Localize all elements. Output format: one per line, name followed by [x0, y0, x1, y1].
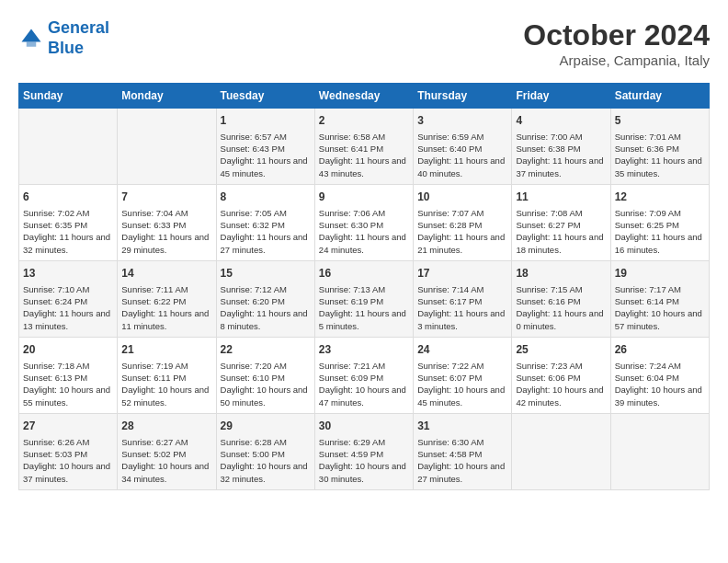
day-number: 31 [417, 419, 507, 434]
day-number: 19 [615, 266, 705, 282]
day-of-week-header: Thursday [414, 84, 512, 109]
day-number: 14 [121, 266, 211, 282]
cell-content: Sunrise: 6:29 AM Sunset: 4:59 PM Dayligh… [319, 436, 409, 485]
day-number: 15 [221, 266, 311, 282]
calendar-cell: 10Sunrise: 7:07 AM Sunset: 6:28 PM Dayli… [414, 184, 512, 260]
cell-content: Sunrise: 7:04 AM Sunset: 6:33 PM Dayligh… [121, 207, 211, 256]
calendar-cell: 22Sunrise: 7:20 AM Sunset: 6:10 PM Dayli… [216, 337, 314, 413]
day-number: 3 [417, 113, 507, 129]
day-number: 21 [121, 342, 211, 358]
cell-content: Sunrise: 7:08 AM Sunset: 6:27 PM Dayligh… [516, 207, 606, 256]
day-number: 5 [615, 113, 705, 129]
calendar-cell [118, 109, 216, 185]
logo-text: GeneralBlue [48, 18, 109, 58]
day-number: 1 [221, 113, 311, 129]
cell-content: Sunrise: 7:23 AM Sunset: 6:06 PM Dayligh… [516, 360, 606, 408]
day-number: 24 [417, 342, 507, 358]
calendar-cell: 19Sunrise: 7:17 AM Sunset: 6:14 PM Dayli… [610, 260, 709, 337]
cell-content: Sunrise: 7:00 AM Sunset: 6:38 PM Dayligh… [516, 131, 606, 179]
calendar-cell: 1Sunrise: 6:57 AM Sunset: 6:43 PM Daylig… [216, 109, 314, 185]
day-of-week-header: Sunday [19, 84, 118, 109]
cell-content: Sunrise: 6:59 AM Sunset: 6:40 PM Dayligh… [417, 131, 507, 179]
calendar-cell: 8Sunrise: 7:05 AM Sunset: 6:32 PM Daylig… [216, 184, 314, 260]
cell-content: Sunrise: 6:27 AM Sunset: 5:02 PM Dayligh… [121, 436, 211, 485]
cell-content: Sunrise: 7:13 AM Sunset: 6:19 PM Dayligh… [319, 283, 409, 332]
calendar-cell: 9Sunrise: 7:06 AM Sunset: 6:30 PM Daylig… [314, 184, 413, 260]
calendar-header-row: SundayMondayTuesdayWednesdayThursdayFrid… [19, 84, 710, 109]
day-of-week-header: Monday [118, 84, 216, 109]
day-number: 20 [23, 342, 113, 358]
day-number: 18 [516, 266, 606, 282]
calendar-cell: 12Sunrise: 7:09 AM Sunset: 6:25 PM Dayli… [610, 184, 709, 260]
calendar-cell: 13Sunrise: 7:10 AM Sunset: 6:24 PM Dayli… [19, 260, 118, 337]
cell-content: Sunrise: 7:22 AM Sunset: 6:07 PM Dayligh… [417, 360, 507, 408]
day-number: 17 [417, 266, 507, 282]
day-number: 6 [23, 190, 113, 205]
cell-content: Sunrise: 6:57 AM Sunset: 6:43 PM Dayligh… [221, 131, 311, 179]
cell-content: Sunrise: 7:12 AM Sunset: 6:20 PM Dayligh… [221, 283, 311, 332]
day-number: 26 [615, 342, 705, 358]
cell-content: Sunrise: 7:14 AM Sunset: 6:17 PM Dayligh… [417, 283, 507, 332]
cell-content: Sunrise: 7:19 AM Sunset: 6:11 PM Dayligh… [121, 360, 211, 408]
calendar-cell: 20Sunrise: 7:18 AM Sunset: 6:13 PM Dayli… [19, 337, 118, 413]
cell-content: Sunrise: 7:09 AM Sunset: 6:25 PM Dayligh… [615, 207, 705, 256]
calendar-cell: 18Sunrise: 7:15 AM Sunset: 6:16 PM Dayli… [512, 260, 610, 337]
cell-content: Sunrise: 7:05 AM Sunset: 6:32 PM Dayligh… [221, 207, 311, 256]
cell-content: Sunrise: 6:28 AM Sunset: 5:00 PM Dayligh… [221, 436, 311, 485]
cell-content: Sunrise: 7:15 AM Sunset: 6:16 PM Dayligh… [516, 283, 606, 332]
day-number: 2 [319, 113, 409, 129]
calendar-cell: 4Sunrise: 7:00 AM Sunset: 6:38 PM Daylig… [512, 109, 610, 185]
day-of-week-header: Wednesday [314, 84, 413, 109]
calendar-week-row: 13Sunrise: 7:10 AM Sunset: 6:24 PM Dayli… [19, 260, 710, 337]
day-number: 12 [615, 190, 705, 205]
title-block: October 2024 Arpaise, Campania, Italy [523, 18, 710, 68]
calendar-cell: 14Sunrise: 7:11 AM Sunset: 6:22 PM Dayli… [118, 260, 216, 337]
calendar-cell: 29Sunrise: 6:28 AM Sunset: 5:00 PM Dayli… [216, 413, 314, 489]
calendar-cell: 11Sunrise: 7:08 AM Sunset: 6:27 PM Dayli… [512, 184, 610, 260]
cell-content: Sunrise: 7:17 AM Sunset: 6:14 PM Dayligh… [615, 283, 705, 332]
cell-content: Sunrise: 7:02 AM Sunset: 6:35 PM Dayligh… [23, 207, 113, 256]
cell-content: Sunrise: 7:11 AM Sunset: 6:22 PM Dayligh… [121, 283, 211, 332]
calendar-cell [512, 413, 610, 489]
day-number: 27 [23, 419, 113, 434]
day-number: 25 [516, 342, 606, 358]
day-number: 8 [221, 190, 311, 205]
calendar-cell [19, 109, 118, 185]
calendar-cell: 7Sunrise: 7:04 AM Sunset: 6:33 PM Daylig… [118, 184, 216, 260]
calendar-cell: 17Sunrise: 7:14 AM Sunset: 6:17 PM Dayli… [414, 260, 512, 337]
day-of-week-header: Tuesday [216, 84, 314, 109]
day-number: 4 [516, 113, 606, 129]
day-number: 28 [121, 419, 211, 434]
calendar-cell [610, 413, 709, 489]
day-number: 11 [516, 190, 606, 205]
calendar-cell: 26Sunrise: 7:24 AM Sunset: 6:04 PM Dayli… [610, 337, 709, 413]
calendar-cell: 25Sunrise: 7:23 AM Sunset: 6:06 PM Dayli… [512, 337, 610, 413]
calendar-cell: 27Sunrise: 6:26 AM Sunset: 5:03 PM Dayli… [19, 413, 118, 489]
calendar-cell: 16Sunrise: 7:13 AM Sunset: 6:19 PM Dayli… [314, 260, 413, 337]
day-of-week-header: Saturday [610, 84, 709, 109]
day-number: 29 [221, 419, 311, 434]
cell-content: Sunrise: 7:10 AM Sunset: 6:24 PM Dayligh… [23, 283, 113, 332]
day-number: 22 [221, 342, 311, 358]
cell-content: Sunrise: 7:24 AM Sunset: 6:04 PM Dayligh… [615, 360, 705, 408]
calendar-cell: 21Sunrise: 7:19 AM Sunset: 6:11 PM Dayli… [118, 337, 216, 413]
day-number: 23 [319, 342, 409, 358]
day-number: 16 [319, 266, 409, 282]
day-number: 7 [121, 190, 211, 205]
cell-content: Sunrise: 7:06 AM Sunset: 6:30 PM Dayligh… [319, 207, 409, 256]
calendar-week-row: 27Sunrise: 6:26 AM Sunset: 5:03 PM Dayli… [19, 413, 710, 489]
calendar-cell: 15Sunrise: 7:12 AM Sunset: 6:20 PM Dayli… [216, 260, 314, 337]
cell-content: Sunrise: 7:01 AM Sunset: 6:36 PM Dayligh… [615, 131, 705, 179]
cell-content: Sunrise: 7:07 AM Sunset: 6:28 PM Dayligh… [417, 207, 507, 256]
cell-content: Sunrise: 6:58 AM Sunset: 6:41 PM Dayligh… [319, 131, 409, 179]
svg-marker-0 [22, 29, 41, 41]
cell-content: Sunrise: 7:20 AM Sunset: 6:10 PM Dayligh… [221, 360, 311, 408]
calendar-week-row: 6Sunrise: 7:02 AM Sunset: 6:35 PM Daylig… [19, 184, 710, 260]
calendar-table: SundayMondayTuesdayWednesdayThursdayFrid… [18, 83, 710, 490]
cell-content: Sunrise: 7:18 AM Sunset: 6:13 PM Dayligh… [23, 360, 113, 408]
calendar-cell: 5Sunrise: 7:01 AM Sunset: 6:36 PM Daylig… [610, 109, 709, 185]
day-of-week-header: Friday [512, 84, 610, 109]
cell-content: Sunrise: 6:30 AM Sunset: 4:58 PM Dayligh… [417, 436, 507, 485]
cell-content: Sunrise: 6:26 AM Sunset: 5:03 PM Dayligh… [23, 436, 113, 485]
calendar-cell: 28Sunrise: 6:27 AM Sunset: 5:02 PM Dayli… [118, 413, 216, 489]
